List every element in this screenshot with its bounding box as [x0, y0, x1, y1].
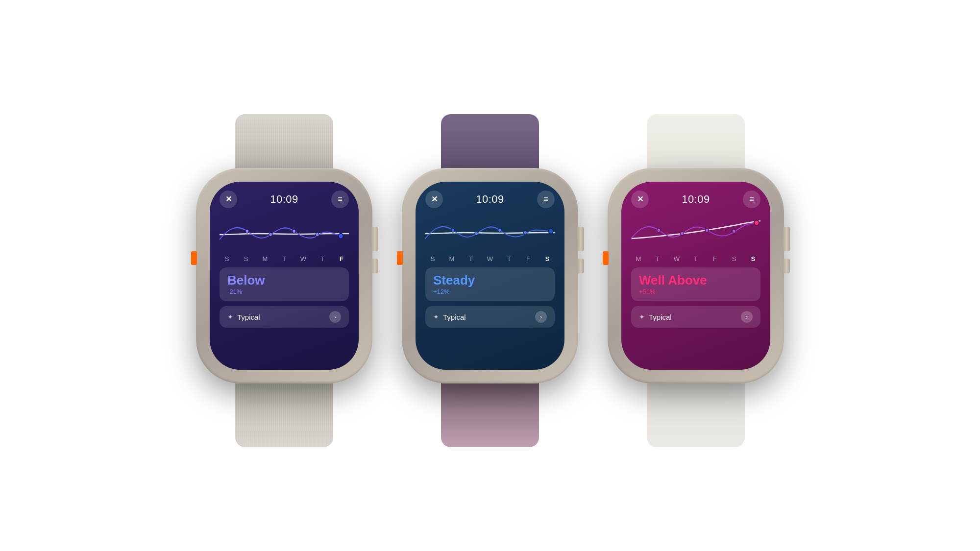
watch-crown-1 [371, 227, 378, 251]
day2-F: F [523, 255, 534, 263]
header-1: ✕ 10:09 ≡ [220, 191, 349, 208]
typical-icon-2: ✦ [433, 313, 439, 321]
menu-button-2[interactable]: ≡ [537, 191, 555, 208]
chart-3 [631, 214, 760, 253]
close-button-2[interactable]: ✕ [425, 191, 443, 208]
watch-btn-1 [371, 259, 378, 273]
chevron-icon-3: › [746, 314, 748, 320]
status-value-1: -21% [227, 288, 341, 295]
action-btn-2 [397, 251, 403, 265]
menu-button-3[interactable]: ≡ [743, 191, 760, 208]
watch-screen-1: ✕ 10:09 ≡ [210, 182, 359, 370]
typical-btn-1[interactable]: ✦ Typical › [220, 306, 349, 328]
close-button-1[interactable]: ✕ [220, 191, 237, 208]
watch-btn-3 [783, 259, 790, 273]
typical-text-2: Typical [443, 313, 466, 321]
svg-point-13 [733, 229, 736, 233]
svg-point-2 [293, 229, 296, 233]
watch-body-3: ✕ 10:09 ≡ [608, 168, 784, 383]
svg-point-11 [681, 232, 684, 236]
status-title-2: Steady [433, 273, 547, 287]
watch-2: ✕ 10:09 ≡ [402, 168, 578, 383]
day2-W: W [485, 255, 495, 263]
time-2: 10:09 [476, 193, 504, 206]
watch-screen-3: ✕ 10:09 ≡ [621, 182, 770, 370]
typical-left-1: ✦ Typical [227, 313, 260, 321]
close-icon-1: ✕ [225, 194, 232, 204]
chevron-btn-3[interactable]: › [741, 311, 753, 323]
day-T1: T [279, 255, 290, 263]
status-title-3: Well Above [639, 273, 753, 287]
band-bottom-2 [441, 374, 539, 447]
watch-body-1: ✕ 10:09 ≡ [196, 168, 372, 383]
watch-crown-3 [783, 227, 790, 251]
svg-point-4 [339, 233, 343, 239]
day-S1: S [221, 255, 232, 263]
status-value-3: +51% [639, 288, 753, 295]
watches-container: ✕ 10:09 ≡ [196, 168, 784, 383]
svg-point-3 [316, 233, 319, 237]
chevron-btn-2[interactable]: › [535, 311, 547, 323]
time-1: 10:09 [270, 193, 298, 206]
day3-M: M [633, 255, 644, 263]
menu-icon-3: ≡ [749, 195, 754, 204]
watch-crown-2 [577, 227, 584, 251]
chevron-btn-1[interactable]: › [329, 311, 341, 323]
watch-1: ✕ 10:09 ≡ [196, 168, 372, 383]
day-F: F [336, 255, 347, 263]
status-card-3: Well Above +51% [631, 267, 760, 302]
close-icon-3: ✕ [637, 194, 643, 204]
day3-S1: S [729, 255, 739, 263]
close-icon-2: ✕ [431, 194, 438, 204]
chart-1 [220, 214, 349, 253]
watch-3: ✕ 10:09 ≡ [608, 168, 784, 383]
band-bottom-3 [647, 374, 745, 447]
watch-case-1: ✕ 10:09 ≡ [196, 168, 372, 383]
day3-T2: T [690, 255, 701, 263]
typical-btn-3[interactable]: ✦ Typical › [631, 306, 760, 328]
band-bottom-1 [235, 374, 333, 447]
header-3: ✕ 10:09 ≡ [631, 191, 760, 208]
watch-body-2: ✕ 10:09 ≡ [402, 168, 578, 383]
svg-point-9 [548, 228, 553, 234]
svg-point-7 [498, 228, 502, 232]
day2-T1: T [466, 255, 476, 263]
day2-S: S [427, 255, 438, 263]
days-row-3: M T W T F S S [631, 255, 760, 263]
time-3: 10:09 [682, 193, 710, 206]
watch-btn-2 [577, 259, 584, 273]
watch-case-2: ✕ 10:09 ≡ [402, 168, 578, 383]
typical-btn-2[interactable]: ✦ Typical › [425, 306, 555, 328]
day3-S2: S [748, 255, 759, 263]
svg-point-12 [705, 228, 709, 232]
svg-point-8 [524, 231, 527, 235]
watch-case-3: ✕ 10:09 ≡ [608, 168, 784, 383]
action-btn-1 [191, 251, 197, 265]
day3-W: W [671, 255, 682, 263]
typical-text-3: Typical [649, 313, 672, 321]
status-card-1: Below -21% [220, 267, 349, 302]
typical-left-3: ✦ Typical [639, 313, 672, 321]
svg-point-6 [475, 232, 478, 236]
day-T2: T [317, 255, 328, 263]
svg-point-1 [269, 233, 272, 237]
day2-S2: S [542, 255, 553, 263]
menu-icon-2: ≡ [543, 195, 548, 204]
days-row-2: S M T W T F S [425, 255, 555, 263]
typical-text-1: Typical [237, 313, 260, 321]
day3-T1: T [652, 255, 663, 263]
typical-left-2: ✦ Typical [433, 313, 466, 321]
svg-point-5 [451, 228, 455, 232]
screen-content-2: ✕ 10:09 ≡ [416, 182, 564, 370]
watch-screen-2: ✕ 10:09 ≡ [416, 182, 564, 370]
chevron-icon-1: › [334, 314, 336, 320]
menu-icon-1: ≡ [338, 195, 342, 204]
screen-content-3: ✕ 10:09 ≡ [621, 182, 770, 370]
chart-2 [425, 214, 555, 253]
menu-button-1[interactable]: ≡ [331, 191, 349, 208]
typical-icon-1: ✦ [227, 313, 233, 321]
close-button-3[interactable]: ✕ [631, 191, 649, 208]
day-M: M [260, 255, 270, 263]
svg-point-0 [245, 229, 249, 233]
typical-icon-3: ✦ [639, 313, 645, 321]
